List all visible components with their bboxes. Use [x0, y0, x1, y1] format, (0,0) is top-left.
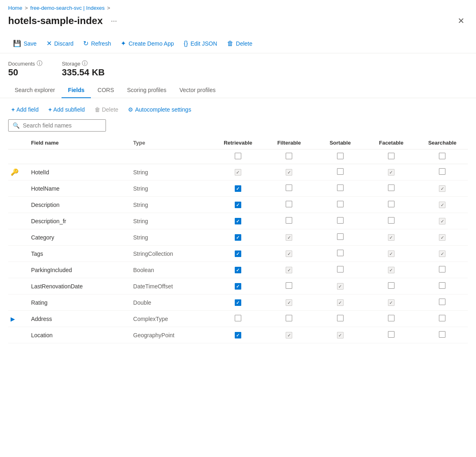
tab-cors[interactable]: CORS	[91, 83, 120, 98]
documents-info-icon[interactable]: ⓘ	[37, 60, 42, 67]
add-subfield-button[interactable]: + Add subfield	[45, 105, 88, 114]
delete-field-button[interactable]: 🗑 Delete	[91, 105, 121, 114]
cb-retrievable-4[interactable]	[235, 234, 241, 241]
cb-facetable-6[interactable]	[388, 267, 394, 273]
cb-facetable-5[interactable]	[388, 250, 394, 257]
field-name-cell: Address	[31, 316, 52, 322]
refresh-button[interactable]: ↻ Refresh	[78, 37, 116, 50]
cb-searchable-9[interactable]	[439, 315, 445, 321]
cb-retrievable-1[interactable]	[235, 185, 241, 192]
search-input[interactable]	[23, 122, 101, 129]
select-all-facetable[interactable]	[388, 153, 394, 159]
cb-retrievable-0[interactable]	[235, 169, 241, 176]
fields-table-container: Field name Type Retrievable Filterable S…	[0, 136, 476, 343]
add-field-button[interactable]: + Add field	[8, 105, 42, 114]
cb-sortable-4[interactable]	[337, 233, 344, 240]
cb-searchable-8[interactable]	[439, 299, 445, 305]
save-button[interactable]: 💾 Save	[8, 37, 42, 50]
cb-retrievable-5[interactable]	[235, 250, 241, 257]
add-subfield-icon: +	[48, 106, 52, 113]
cb-searchable-2[interactable]	[439, 202, 445, 208]
cb-searchable-3[interactable]	[439, 218, 445, 224]
select-all-filterable[interactable]	[286, 153, 292, 159]
ellipsis-button[interactable]: ···	[108, 15, 120, 27]
table-row: 🔑HotelIdString	[8, 164, 468, 180]
cb-sortable-10[interactable]	[337, 332, 344, 338]
col-header-retrievable: Retrievable	[212, 136, 263, 149]
delete-field-icon: 🗑	[95, 106, 100, 113]
delete-button[interactable]: 🗑 Delete	[222, 37, 257, 50]
tab-fields[interactable]: Fields	[62, 83, 91, 98]
cb-sortable-7[interactable]	[337, 283, 344, 290]
cb-facetable-3[interactable]	[388, 217, 394, 224]
breadcrumb-service[interactable]: free-demo-search-svc | Indexes	[30, 5, 105, 11]
cb-filterable-9[interactable]	[286, 315, 292, 321]
cb-searchable-5[interactable]	[439, 250, 445, 257]
field-type-cell: String	[133, 169, 148, 176]
cb-filterable-4[interactable]	[286, 234, 292, 241]
cb-facetable-8[interactable]	[388, 299, 394, 306]
cb-sortable-1[interactable]	[337, 185, 344, 191]
breadcrumb-home[interactable]: Home	[8, 5, 22, 11]
cb-retrievable-8[interactable]	[235, 299, 241, 306]
cb-filterable-5[interactable]	[286, 250, 292, 257]
tab-search-explorer[interactable]: Search explorer	[8, 83, 62, 98]
cb-filterable-1[interactable]	[286, 185, 292, 191]
cb-searchable-6[interactable]	[439, 266, 445, 272]
col-header-filterable: Filterable	[264, 136, 315, 149]
select-all-searchable[interactable]	[439, 153, 445, 159]
cb-facetable-10[interactable]	[388, 331, 394, 338]
discard-icon: ✕	[46, 40, 52, 47]
cb-sortable-9[interactable]	[337, 315, 344, 321]
cb-retrievable-7[interactable]	[235, 283, 241, 290]
cb-facetable-1[interactable]	[388, 185, 394, 191]
cb-retrievable-10[interactable]	[235, 332, 241, 338]
expand-icon[interactable]: ▶	[11, 316, 15, 322]
edit-json-button[interactable]: {} Edit JSON	[179, 37, 222, 50]
discard-button[interactable]: ✕ Discard	[42, 37, 78, 50]
cb-searchable-10[interactable]	[439, 331, 445, 338]
cb-facetable-0[interactable]	[388, 169, 394, 176]
cb-filterable-0[interactable]	[286, 169, 292, 176]
cb-searchable-7[interactable]	[439, 282, 445, 289]
cb-filterable-7[interactable]	[286, 282, 292, 289]
field-type-cell: Boolean	[133, 267, 154, 273]
cb-retrievable-3[interactable]	[235, 218, 241, 224]
select-all-retrievable[interactable]	[235, 153, 241, 159]
cb-sortable-3[interactable]	[337, 217, 344, 224]
autocomplete-settings-button[interactable]: ⚙ Autocomplete settings	[125, 105, 194, 114]
cb-sortable-6[interactable]	[337, 266, 344, 272]
cb-searchable-4[interactable]	[439, 234, 445, 241]
tab-scoring-profiles[interactable]: Scoring profiles	[121, 83, 173, 98]
cb-sortable-5[interactable]	[337, 250, 344, 256]
create-demo-app-button[interactable]: ✦ Create Demo App	[116, 37, 178, 50]
tab-vector-profiles[interactable]: Vector profiles	[173, 83, 222, 98]
cb-facetable-9[interactable]	[388, 315, 394, 321]
cb-retrievable-6[interactable]	[235, 267, 241, 273]
col-header-facetable: Facetable	[366, 136, 416, 149]
field-name-cell: HotelName	[31, 185, 60, 192]
cb-searchable-1[interactable]	[439, 185, 445, 192]
col-header-sortable: Sortable	[315, 136, 366, 149]
close-button[interactable]: ✕	[454, 14, 468, 27]
search-box: 🔍	[8, 119, 106, 132]
col-header-searchable: Searchable	[417, 136, 468, 149]
cb-sortable-0[interactable]	[337, 168, 344, 175]
cb-filterable-3[interactable]	[286, 217, 292, 224]
select-all-sortable[interactable]	[337, 153, 344, 159]
cb-facetable-4[interactable]	[388, 234, 394, 241]
cb-filterable-2[interactable]	[286, 201, 292, 207]
cb-filterable-8[interactable]	[286, 299, 292, 306]
cb-facetable-7[interactable]	[388, 282, 394, 289]
cb-facetable-2[interactable]	[388, 201, 394, 207]
cb-retrievable-9[interactable]	[235, 315, 241, 321]
cb-filterable-6[interactable]	[286, 267, 292, 273]
cb-searchable-0[interactable]	[439, 168, 445, 175]
storage-info-icon[interactable]: ⓘ	[82, 60, 88, 67]
cb-filterable-10[interactable]	[286, 332, 292, 338]
cb-retrievable-2[interactable]	[235, 202, 241, 208]
storage-stat: Storage ⓘ 335.54 KB	[62, 60, 105, 78]
cb-sortable-8[interactable]	[337, 299, 344, 306]
table-row: HotelNameString	[8, 180, 468, 197]
cb-sortable-2[interactable]	[337, 201, 344, 207]
